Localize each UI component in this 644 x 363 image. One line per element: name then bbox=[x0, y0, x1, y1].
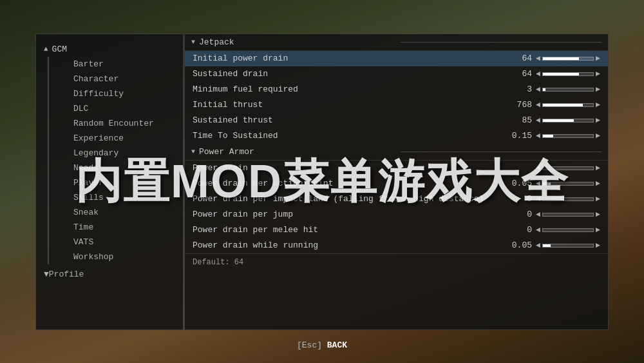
setting-name: Power drain bbox=[193, 163, 506, 173]
slider-track[interactable] bbox=[542, 182, 594, 186]
slider-container: ◄ ► bbox=[536, 164, 600, 173]
slider-container: ◄ ► bbox=[536, 179, 600, 188]
slider-right-arrow[interactable]: ► bbox=[596, 116, 600, 125]
slider-right-arrow[interactable]: ► bbox=[596, 85, 600, 94]
slider-left-arrow[interactable]: ◄ bbox=[536, 70, 540, 79]
slider-left-arrow[interactable]: ◄ bbox=[536, 226, 540, 235]
slider-left-arrow[interactable]: ◄ bbox=[536, 179, 540, 188]
sidebar-item-player[interactable]: Player bbox=[55, 175, 183, 190]
sidebar-item-needs[interactable]: Needs bbox=[55, 161, 183, 175]
slider-container: ◄ ► bbox=[536, 85, 600, 94]
setting-row-1[interactable]: Sustained drain 64 ◄ ► bbox=[185, 66, 608, 82]
slider-fill bbox=[543, 244, 551, 247]
slider-right-arrow[interactable]: ► bbox=[596, 210, 600, 219]
slider-fill bbox=[543, 182, 551, 185]
setting-name: Sustained drain bbox=[193, 69, 506, 79]
slider-right-arrow[interactable]: ► bbox=[596, 179, 600, 188]
section-collapse-icon[interactable]: ▼ bbox=[191, 39, 195, 46]
setting-name: Power drain per action point bbox=[193, 179, 506, 188]
slider-track[interactable] bbox=[542, 134, 594, 138]
slider-right-arrow[interactable]: ► bbox=[596, 70, 600, 79]
slider-right-arrow[interactable]: ► bbox=[596, 195, 600, 204]
bottom-bar: [Esc] BACK bbox=[297, 340, 347, 350]
slider-fill bbox=[543, 57, 579, 60]
setting-value: 64 bbox=[506, 54, 532, 63]
sidebar: ▲ GCM BarterCharacterDifficultyDLCRandom… bbox=[35, 34, 184, 330]
setting-row-4[interactable]: Sustained thrust 85 ◄ ► bbox=[185, 113, 608, 128]
setting-value: 0 bbox=[506, 210, 532, 219]
right-panel: ▼ Jetpack Initial power drain 64 ◄ ► Sus… bbox=[184, 34, 609, 330]
setting-value: 0 bbox=[506, 225, 532, 235]
slider-container: ◄ ► bbox=[536, 54, 600, 63]
slider-container: ◄ ► bbox=[536, 195, 600, 204]
slider-left-arrow[interactable]: ◄ bbox=[536, 164, 540, 173]
sidebar-item-sneak[interactable]: Sneak bbox=[55, 205, 183, 220]
menu-wrapper: ▲ GCM BarterCharacterDifficultyDLCRandom… bbox=[35, 34, 609, 330]
sidebar-item-barter[interactable]: Barter bbox=[55, 57, 183, 72]
sidebar-item-difficulty[interactable]: Difficulty bbox=[55, 86, 183, 101]
slider-track[interactable] bbox=[542, 228, 594, 232]
setting-row-2[interactable]: Power drain per impact land (falling fro… bbox=[185, 191, 608, 207]
slider-container: ◄ ► bbox=[536, 210, 600, 219]
slider-left-arrow[interactable]: ◄ bbox=[536, 132, 540, 141]
sidebar-item-experience[interactable]: Experience bbox=[55, 131, 183, 146]
setting-name: Time To Sustained bbox=[193, 131, 506, 141]
sidebar-profile-arrow: ▼ bbox=[44, 270, 49, 279]
setting-name: Minimum fuel required bbox=[193, 84, 506, 94]
setting-row-0[interactable]: Initial power drain 64 ◄ ► bbox=[185, 51, 608, 66]
section-title-bar-jetpack: ▼ Jetpack bbox=[185, 34, 608, 51]
setting-name: Initial thrust bbox=[193, 100, 506, 110]
setting-value: 0 bbox=[506, 194, 532, 204]
slider-track[interactable] bbox=[542, 166, 594, 170]
slider-track[interactable] bbox=[542, 72, 594, 76]
slider-left-arrow[interactable]: ◄ bbox=[536, 241, 540, 250]
slider-right-arrow[interactable]: ► bbox=[596, 241, 600, 250]
slider-track[interactable] bbox=[542, 57, 594, 61]
sidebar-item-legendary[interactable]: Legendary bbox=[55, 146, 183, 161]
slider-right-arrow[interactable]: ► bbox=[596, 164, 600, 173]
slider-track[interactable] bbox=[542, 119, 594, 123]
slider-track[interactable] bbox=[542, 103, 594, 107]
setting-row-1[interactable]: Power drain per action point 0.05 ◄ ► bbox=[185, 176, 608, 191]
sidebar-item-dlc[interactable]: DLC bbox=[55, 101, 183, 116]
slider-left-arrow[interactable]: ◄ bbox=[536, 195, 540, 204]
slider-track[interactable] bbox=[542, 244, 594, 248]
setting-row-0[interactable]: Power drain ◄ ► bbox=[185, 161, 608, 176]
slider-left-arrow[interactable]: ◄ bbox=[536, 54, 540, 63]
slider-left-arrow[interactable]: ◄ bbox=[536, 101, 540, 110]
slider-track[interactable] bbox=[542, 197, 594, 201]
slider-right-arrow[interactable]: ► bbox=[596, 226, 600, 235]
sidebar-item-vats[interactable]: VATS bbox=[55, 235, 183, 250]
slider-left-arrow[interactable]: ◄ bbox=[536, 116, 540, 125]
sidebar-item-time[interactable]: Time bbox=[55, 220, 183, 235]
slider-container: ◄ ► bbox=[536, 116, 600, 125]
setting-row-4[interactable]: Power drain per melee hit 0 ◄ ► bbox=[185, 222, 608, 238]
setting-value: 85 bbox=[506, 115, 532, 125]
setting-row-2[interactable]: Minimum fuel required 3 ◄ ► bbox=[185, 82, 608, 97]
sidebar-item-skills[interactable]: Skills bbox=[55, 190, 183, 205]
setting-row-3[interactable]: Power drain per jump 0 ◄ ► bbox=[185, 207, 608, 222]
sidebar-item-random-encounter[interactable]: Random Encounter bbox=[55, 116, 183, 131]
setting-name: Power drain while running bbox=[193, 240, 506, 250]
section-collapse-icon[interactable]: ▼ bbox=[191, 148, 195, 155]
slider-track[interactable] bbox=[542, 88, 594, 92]
sidebar-item-workshop[interactable]: Workshop bbox=[55, 250, 183, 264]
setting-value: 3 bbox=[506, 84, 532, 94]
slider-right-arrow[interactable]: ► bbox=[596, 132, 600, 141]
setting-value: 64 bbox=[506, 69, 532, 79]
setting-row-3[interactable]: Initial thrust 768 ◄ ► bbox=[185, 97, 608, 113]
slider-right-arrow[interactable]: ► bbox=[596, 54, 600, 63]
setting-name: Power drain per melee hit bbox=[193, 225, 506, 235]
slider-fill bbox=[543, 73, 579, 75]
setting-row-5[interactable]: Power drain while running 0.05 ◄ ► bbox=[185, 238, 608, 253]
sidebar-profile-item[interactable]: ▼ Profile bbox=[36, 267, 183, 282]
slider-right-arrow[interactable]: ► bbox=[596, 101, 600, 110]
slider-left-arrow[interactable]: ◄ bbox=[536, 85, 540, 94]
slider-container: ◄ ► bbox=[536, 70, 600, 79]
setting-row-5[interactable]: Time To Sustained 0.15 ◄ ► bbox=[185, 128, 608, 144]
sidebar-item-character[interactable]: Character bbox=[55, 72, 183, 86]
slider-track[interactable] bbox=[542, 213, 594, 217]
slider-left-arrow[interactable]: ◄ bbox=[536, 210, 540, 219]
sidebar-collapse-arrow[interactable]: ▲ bbox=[44, 45, 48, 53]
section-label-power-armor: Power Armor bbox=[199, 147, 401, 157]
